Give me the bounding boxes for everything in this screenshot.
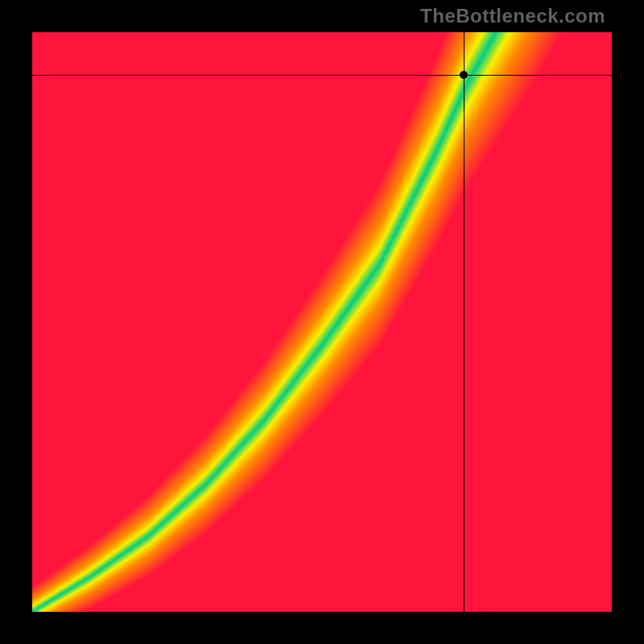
heatmap-canvas bbox=[32, 32, 612, 612]
crosshair-marker bbox=[460, 71, 468, 79]
watermark-text: TheBottleneck.com bbox=[420, 5, 605, 27]
plot-area bbox=[32, 32, 612, 612]
crosshair-horizontal bbox=[32, 75, 612, 76]
crosshair-vertical bbox=[464, 32, 464, 612]
chart-frame: TheBottleneck.com bbox=[0, 0, 644, 644]
